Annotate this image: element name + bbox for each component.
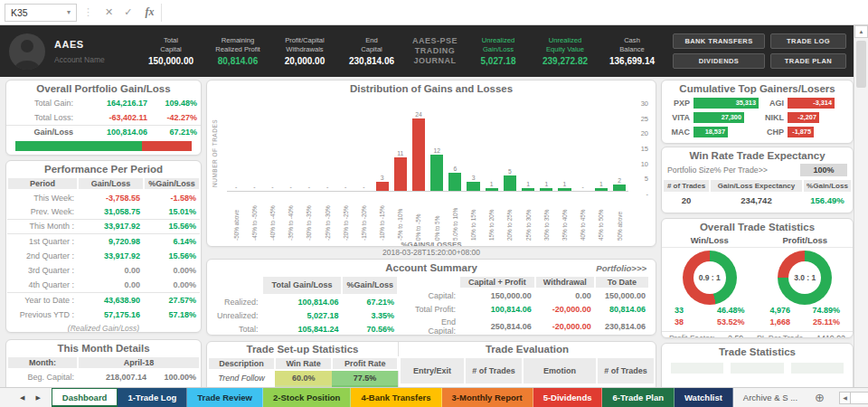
y-axis-tick: 25 [641, 115, 648, 123]
chart-x-axis-labels: -50% above-45% to -50%-40% to -45%-35% t… [227, 194, 628, 241]
endcap-amount: 250,814.06 [459, 317, 535, 336]
chart-bar-slot: 1 [483, 181, 501, 191]
chart-bar [613, 185, 626, 191]
panel-overall-trade-statistics: Overall Trade Statistics Win/Loss Profit… [661, 218, 854, 338]
chart-bar-slot: - [318, 184, 336, 191]
namebox-dropdown-icon[interactable]: ▾ [67, 8, 71, 16]
horizontal-scrollbar[interactable]: ◀ ▶ [839, 388, 868, 407]
gain-loss-value: 9,720.98 [78, 234, 144, 249]
column-header: %Gain/Loss [342, 276, 398, 295]
enter-icon[interactable]: ✓ [124, 6, 132, 18]
chart-bar-slot: - [245, 184, 263, 191]
add-sheet-icon[interactable]: ⊕ [807, 388, 832, 407]
vertical-scroll-thumb[interactable] [856, 41, 866, 88]
profit-loss-header: Profit/Loss [758, 234, 854, 247]
metric-label: Unrealized [532, 36, 599, 45]
column-header: Withdrawal [535, 276, 595, 289]
trade-plan-button[interactable]: TRADE PLAN [770, 53, 846, 69]
sheet-tab-2-stock-position[interactable]: 2-Stock Position [263, 388, 351, 407]
metric-value: 230,814.06 [338, 56, 405, 66]
chart-bar [558, 188, 571, 191]
x-axis-category: 50% above [610, 194, 628, 241]
chart-bar-slot: 1 [555, 181, 573, 191]
sheet-tab-6-trade-plan[interactable]: 6-Trade Plan [602, 388, 675, 407]
x-axis-category: 35% to 40% [555, 194, 573, 241]
x-axis-category: 15% to 20% [483, 194, 501, 241]
bar-value-label: 2 [618, 177, 621, 184]
category-label: 25% to 30% [525, 194, 532, 241]
sheet-tab-1-trade-log[interactable]: 1-Trade Log [118, 388, 187, 407]
column-header: Capital + Profit [459, 276, 535, 289]
scroll-up-icon[interactable]: ▲ [854, 25, 868, 38]
win-loss-donut-chart: 0.9 : 1 [683, 251, 737, 305]
gain-portion [15, 141, 142, 151]
sheet-tab-trade-review[interactable]: Trade Review [187, 388, 263, 407]
header-metrics-left: TotalCapital150,000.00RemainingRealized … [137, 36, 405, 67]
formula-bar-input[interactable] [161, 4, 868, 22]
sheet-tab-4-bank-transfers[interactable]: 4-Bank Transfers [351, 388, 441, 407]
horizontal-scroll-track[interactable] [851, 392, 868, 404]
column-header: Total Gain/Loss [262, 276, 343, 295]
sheet-tab-watchlist[interactable]: Watchlist [675, 388, 733, 407]
performance-row: 2nd Quarter :33,917.9215.56% [7, 249, 200, 263]
category-label: 45% to 50% [598, 194, 604, 241]
gain-loss-value: 33,917.92 [78, 219, 144, 233]
next-sheet-icon[interactable]: ▶ [35, 394, 40, 402]
gain-loss-split-bar [15, 141, 192, 151]
bank-transfers-button[interactable]: BANK TRANSFERS [673, 33, 765, 49]
chart-bar-slot: - [263, 184, 281, 191]
scroll-left-icon[interactable]: ◀ [839, 392, 851, 404]
y-axis-tick: - [646, 190, 649, 198]
category-label: 0% to 5% [434, 194, 440, 241]
header-metrics-right: UnrealizedGain/Loss5,027.18UnrealizedEqu… [465, 36, 665, 67]
profit-to-date: 80,814.06 [595, 303, 649, 317]
x-axis-category: -5% to -10% [392, 194, 410, 241]
vertical-scrollbar[interactable]: ▲ [854, 25, 868, 387]
x-axis-category: 5.0% to 10% [446, 194, 464, 241]
gain-loss-pct: 0.00% [144, 278, 200, 292]
avatar-person-icon [21, 40, 33, 52]
unrealized-value: 5,027.18 [262, 308, 343, 323]
header-metric: EndCapital230,814.06 [338, 36, 405, 67]
chart-bar-slot: 5 [501, 168, 519, 191]
loser-symbol: AGI [760, 99, 788, 108]
trade-setup-table: Description Win Rate Profit Rate Trend F… [207, 356, 399, 387]
sheet-tab-archive-s[interactable]: Archive & S ... [733, 388, 807, 407]
profit-amount: 100,814.06 [459, 303, 535, 317]
row-label: End Capital: [409, 317, 459, 336]
gain-loss-value: -3,758.55 [78, 190, 144, 204]
sheet-tab-3-monthly-report[interactable]: 3-Monthly Report [442, 388, 533, 407]
category-label: -25% to -30% [325, 194, 331, 241]
chart-bar-slot: - [574, 184, 592, 191]
net-value: 100,814.06 [77, 125, 151, 139]
panel-title: Trade Set-up Statistics [207, 342, 399, 356]
chart-bar-slot: 12 [428, 147, 446, 191]
name-box[interactable]: K35 ▾ [5, 4, 77, 22]
x-axis-category: -10% to -15% [373, 194, 392, 241]
loser-symbol: CHP [760, 128, 788, 137]
dividends-button[interactable]: DIVIDENDS [673, 53, 765, 69]
sheet-tab-dashboard[interactable]: Dashboard [52, 388, 118, 407]
bar-value-label: 11 [397, 150, 403, 156]
loss-pct: 25.11% [813, 317, 840, 329]
portfolio-link[interactable]: Portfolio>>> [596, 263, 646, 273]
panel-title: Performance Per Period [6, 161, 201, 176]
column-header: Period [7, 177, 78, 190]
prev-sheet-icon[interactable]: ◀ [20, 394, 24, 402]
column-header: %Gain/Loss [144, 177, 200, 190]
portfolio-size-value[interactable]: 100% [800, 164, 847, 176]
loser-bar-zone: -2,207 [788, 112, 848, 123]
column-header: Profit Rate [332, 357, 398, 370]
win-pct: 46.48% [717, 306, 745, 317]
category-label: 0% to -5% [415, 194, 421, 241]
gainer-bar: 35,313 [693, 98, 759, 109]
trade-log-button[interactable]: TRADE LOG [770, 33, 846, 49]
chart-title: Distribution of Gains and Losses [207, 80, 656, 96]
insert-function-icon[interactable]: fx [145, 5, 154, 19]
panel-title: Overall Trade Statistics [662, 219, 853, 234]
chart-bar [504, 175, 516, 191]
sheet-tab-5-dividends[interactable]: 5-Dividends [533, 388, 603, 407]
bar-value-label: - [308, 184, 310, 190]
panel-this-month-details: This Month Details Month: April-18 Beg. … [5, 339, 202, 387]
cancel-icon[interactable]: ✕ [105, 6, 113, 18]
